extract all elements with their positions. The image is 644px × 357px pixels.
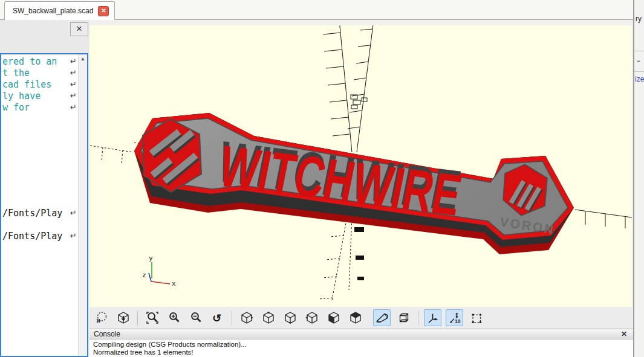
tab-close-icon[interactable]: ✕	[98, 6, 109, 16]
toolbar-separator	[137, 310, 138, 326]
show-scale-markers-icon: 10	[448, 311, 461, 324]
console-line: Normalized tree has 1 elements!	[93, 349, 633, 356]
right-panel: ry ⌄ ize	[634, 0, 644, 357]
y-axis-label: y	[149, 254, 153, 262]
x-axis-label: x	[172, 280, 176, 288]
tab-label: SW_backwall_plate.scad	[13, 7, 93, 15]
zoom-all-icon	[146, 311, 159, 324]
z-axis-ruler-dashed	[319, 216, 352, 300]
right-panel-link-fragment[interactable]: ize	[635, 75, 644, 83]
code-line: ered to an↵	[1, 56, 78, 67]
code-line: /Fonts/Play↵	[1, 207, 78, 219]
eol-mark-icon: ↵	[70, 80, 77, 89]
view-left-icon	[305, 311, 319, 324]
console-title: Console	[94, 330, 120, 338]
zoom-all-button[interactable]	[143, 309, 161, 326]
x-axis-dashed	[90, 143, 141, 164]
code-line: ly have↵	[1, 90, 78, 101]
code-line: cad files↵	[1, 79, 78, 90]
view-bottom-icon	[284, 311, 297, 324]
view-back-button[interactable]	[346, 309, 364, 326]
svg-text:»: »	[96, 315, 101, 325]
3d-viewport[interactable]: WITCHWIRE WITCHWIRE	[89, 25, 632, 307]
perspective-icon	[376, 311, 389, 324]
editor-toolbar: ✕	[0, 20, 89, 53]
show-crosshairs-icon	[470, 311, 483, 324]
console-header: Console ✕	[89, 329, 633, 339]
toolbar-separator	[232, 310, 232, 326]
console-close-icon[interactable]: ✕	[621, 330, 627, 338]
view-top-button[interactable]	[259, 309, 277, 326]
viewport-canvas: WITCHWIRE WITCHWIRE	[89, 25, 632, 307]
zoom-out-button[interactable]	[187, 309, 204, 326]
tab-bar: SW_backwall_plate.scad ✕	[0, 0, 644, 20]
code-blank-gap	[1, 219, 78, 230]
openscad-window: SW_backwall_plate.scad ✕ ✕ ered to an↵ t…	[0, 0, 644, 357]
model-switchwire-plate: WITCHWIRE WITCHWIRE	[134, 113, 574, 254]
eol-mark-icon: ↵	[70, 231, 77, 240]
z-axis-label: z	[142, 271, 146, 279]
svg-text:10: 10	[455, 318, 461, 324]
zoom-in-icon	[168, 311, 181, 324]
zoom-out-icon	[189, 311, 203, 324]
view-orthogonal-button[interactable]	[395, 309, 412, 326]
x-axis-ruler	[575, 210, 632, 228]
toolbar-separator	[418, 310, 418, 326]
svg-text:↺: ↺	[212, 312, 221, 324]
console-line: Compiling design (CSG Products normaliza…	[93, 341, 633, 349]
show-crosshairs-button[interactable]	[467, 309, 485, 326]
tabbar-lower-strip	[89, 20, 633, 25]
view-top-icon	[262, 311, 275, 324]
code-area[interactable]: ered to an↵ t the↵ cad files↵ ly have↵ w…	[1, 56, 78, 242]
right-panel-text-fragment: ry	[636, 14, 642, 23]
view-right-icon	[240, 311, 253, 324]
code-line: /Fonts/Play↵	[1, 230, 78, 242]
zoom-in-button[interactable]	[165, 309, 183, 326]
chevron-down-icon[interactable]: ⌄	[636, 56, 642, 64]
right-panel-divider	[634, 51, 644, 51]
tab-sw-backwall-plate[interactable]: SW_backwall_plate.scad ✕	[4, 1, 115, 20]
eol-mark-icon: ↵	[70, 208, 77, 217]
show-axes-icon	[426, 311, 440, 324]
show-axes-button[interactable]	[424, 309, 441, 326]
code-editor[interactable]: ered to an↵ t the↵ cad files↵ ly have↵ w…	[0, 53, 88, 357]
preview-button[interactable]: »	[93, 309, 110, 326]
view-front-icon	[327, 311, 340, 324]
view-bottom-button[interactable]	[281, 309, 299, 326]
console-output: Compiling design (CSG Products normaliza…	[89, 339, 633, 357]
view-all-button[interactable]	[114, 309, 132, 326]
eol-mark-icon: ↵	[70, 103, 77, 112]
eol-mark-icon: ↵	[70, 68, 77, 77]
preview-icon: »	[95, 311, 108, 324]
view-front-button[interactable]	[325, 309, 342, 326]
z-axis-ruler	[323, 25, 374, 152]
editor-panel-close-button[interactable]: ✕	[70, 22, 88, 36]
scrollbar-up-icon[interactable]: ▲	[79, 54, 87, 63]
right-panel-divider	[634, 71, 644, 72]
view-back-icon	[349, 311, 362, 324]
eol-mark-icon: ↵	[70, 57, 77, 66]
view-perspective-button[interactable]	[373, 309, 391, 326]
editor-scrollbar[interactable]: ▲	[78, 54, 87, 356]
show-scale-markers-button[interactable]: 10	[446, 309, 463, 326]
code-blank-gap	[1, 113, 78, 207]
reset-view-icon: ↺	[211, 311, 224, 324]
reset-view-button[interactable]: ↺	[209, 309, 226, 326]
view-right-button[interactable]	[238, 309, 255, 326]
view-toolbar: » ↺	[89, 307, 633, 329]
z-axis-tick-labels	[354, 227, 364, 280]
orthogonal-icon	[397, 311, 411, 324]
code-line: t the↵	[1, 67, 78, 79]
view-left-button[interactable]	[303, 309, 320, 326]
view-all-icon	[117, 311, 130, 324]
axis-indicator: y z x	[142, 254, 176, 288]
plate-title-text: WITCHWIRE WITCHWIRE	[212, 129, 467, 228]
code-line: w for↵	[1, 101, 78, 113]
eol-mark-icon: ↵	[70, 91, 77, 100]
